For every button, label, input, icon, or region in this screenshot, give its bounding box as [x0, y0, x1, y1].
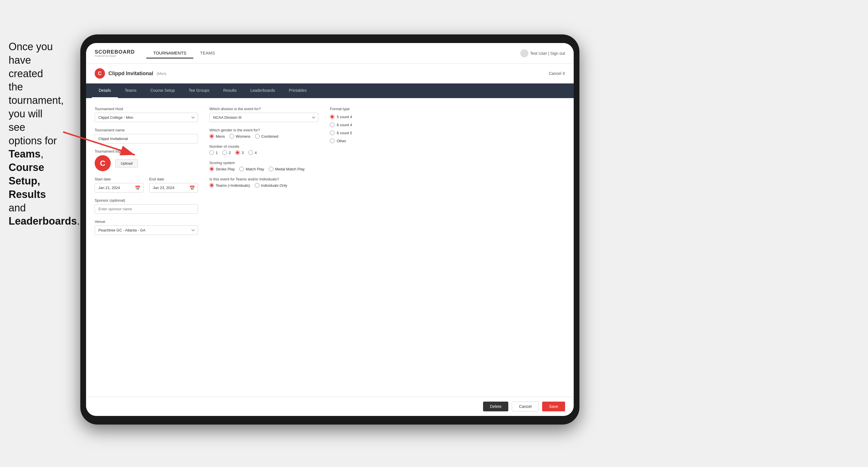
nav-tournaments[interactable]: TOURNAMENTS	[146, 48, 193, 59]
left-column: Tournament Host Clippd College - Men Tou…	[95, 107, 198, 388]
tab-teams[interactable]: Teams	[118, 84, 144, 98]
form-footer: Delete Cancel Save	[86, 397, 574, 416]
user-avatar	[520, 49, 528, 57]
rounds-4-radio[interactable]	[248, 150, 253, 155]
format-other[interactable]: Other	[330, 138, 565, 143]
division-label: Which division is the event for?	[209, 107, 318, 111]
scoring-match-radio[interactable]	[239, 167, 244, 171]
teams-plus-radio[interactable]	[209, 183, 214, 188]
main-content: Tournament Host Clippd College - Men Tou…	[86, 98, 574, 416]
rounds-3-radio[interactable]	[235, 150, 240, 155]
tab-details[interactable]: Details	[92, 84, 118, 98]
scoring-medal[interactable]: Medal Match Play	[269, 167, 305, 171]
format-other-radio[interactable]	[330, 138, 335, 143]
calendar-icon-end: 📅	[189, 185, 195, 190]
upload-button[interactable]: Upload	[115, 159, 138, 167]
tablet-screen: SCOREBOARD Powered by clippd TOURNAMENTS…	[86, 43, 574, 416]
format-6count4[interactable]: 6 count 4	[330, 123, 565, 127]
sponsor-label: Sponsor (optional)	[95, 198, 198, 203]
delete-button[interactable]: Delete	[483, 402, 508, 411]
right-column: Format type 5 count 4 6 count 4	[330, 107, 565, 388]
rounds-2-radio[interactable]	[222, 150, 227, 155]
scoring-stroke-radio[interactable]	[209, 167, 214, 171]
rounds-group: Number of rounds 1 2	[209, 144, 318, 155]
rounds-1-radio[interactable]	[209, 150, 214, 155]
individuals-only-radio[interactable]	[255, 183, 259, 188]
rounds-3[interactable]: 3	[235, 150, 244, 155]
format-5count4-radio[interactable]	[330, 115, 335, 119]
scoring-radio-group: Stroke Play Match Play Medal Match Play	[209, 167, 318, 171]
format-5count4[interactable]: 5 count 4	[330, 115, 565, 119]
logo-upload-row: C Upload	[95, 155, 198, 171]
division-group: Which division is the event for? NCAA Di…	[209, 107, 318, 122]
tournament-logo-label: Tournament logo	[95, 149, 198, 153]
tournament-logo-group: Tournament logo C Upload	[95, 149, 198, 171]
gender-mens-radio[interactable]	[209, 134, 214, 138]
rounds-2[interactable]: 2	[222, 150, 230, 155]
tournament-name-label: Tournament name	[95, 128, 198, 132]
cancel-button[interactable]: Cancel	[512, 402, 539, 411]
teams-plus-individuals[interactable]: Teams (+Individuals)	[209, 183, 250, 188]
nav-links: TOURNAMENTS TEAMS	[146, 48, 520, 59]
teams-label: Is this event for Teams and/or Individua…	[209, 177, 318, 181]
tab-results[interactable]: Results	[216, 84, 244, 98]
tournament-name-input[interactable]	[95, 134, 198, 144]
individuals-only[interactable]: Individuals Only	[255, 183, 287, 188]
tab-course-setup[interactable]: Course Setup	[144, 84, 182, 98]
nav-teams[interactable]: TEAMS	[193, 48, 222, 59]
format-6count4-radio[interactable]	[330, 123, 335, 127]
save-button[interactable]: Save	[542, 402, 565, 411]
tournament-host-select[interactable]: Clippd College - Men	[95, 113, 198, 122]
start-date-group: Start date 📅	[95, 177, 144, 192]
venue-group: Venue Peachtree GC - Atlanta - GA	[95, 219, 198, 235]
rounds-radio-group: 1 2 3 4	[209, 150, 318, 155]
cancel-x-button[interactable]: Cancel X	[549, 71, 565, 76]
tournament-header: C Clippd Invitational (Men) Cancel X	[86, 64, 574, 84]
logo-sub: Powered by clippd	[95, 55, 135, 57]
scoring-match[interactable]: Match Play	[239, 167, 264, 171]
format-group: Format type 5 count 4 6 count 4	[330, 107, 565, 143]
rounds-4[interactable]: 4	[248, 150, 257, 155]
gender-mens[interactable]: Mens	[209, 134, 225, 138]
format-label: Format type	[330, 107, 565, 111]
date-row: Start date 📅 End date 📅	[95, 177, 198, 192]
division-select[interactable]: NCAA Division III	[209, 113, 318, 122]
tournament-host-label: Tournament Host	[95, 107, 198, 111]
top-nav: SCOREBOARD Powered by clippd TOURNAMENTS…	[86, 43, 574, 64]
gender-combined-radio[interactable]	[255, 134, 259, 138]
end-date-label: End date	[149, 177, 198, 181]
tournament-name-group: Tournament name	[95, 128, 198, 144]
format-6count5-radio[interactable]	[330, 130, 335, 135]
gender-womens[interactable]: Womens	[229, 134, 250, 138]
form-area: Tournament Host Clippd College - Men Tou…	[86, 98, 574, 397]
rounds-label: Number of rounds	[209, 144, 318, 149]
scoring-label: Scoring system	[209, 161, 318, 165]
start-date-wrapper: 📅	[95, 183, 144, 192]
sponsor-input[interactable]	[95, 204, 198, 214]
logo-circle: C	[95, 155, 111, 171]
scoring-stroke[interactable]: Stroke Play	[209, 167, 235, 171]
scoring-medal-radio[interactable]	[269, 167, 273, 171]
gender-womens-radio[interactable]	[229, 134, 234, 138]
logo-area: SCOREBOARD Powered by clippd	[95, 49, 135, 57]
calendar-icon-start: 📅	[135, 185, 141, 190]
gender-group: Which gender is the event for? Mens Wome…	[209, 128, 318, 138]
rounds-1[interactable]: 1	[209, 150, 218, 155]
teams-group: Is this event for Teams and/or Individua…	[209, 177, 318, 188]
gender-label: Which gender is the event for?	[209, 128, 318, 132]
tab-leaderboards[interactable]: Leaderboards	[244, 84, 282, 98]
venue-select[interactable]: Peachtree GC - Atlanta - GA	[95, 225, 198, 235]
format-6count5[interactable]: 6 count 5	[330, 130, 565, 135]
tournament-name: Clippd Invitational	[108, 70, 153, 76]
user-text[interactable]: Test User | Sign out	[530, 51, 565, 56]
sponsor-group: Sponsor (optional)	[95, 198, 198, 214]
user-area: Test User | Sign out	[520, 49, 565, 57]
gender-combined[interactable]: Combined	[255, 134, 278, 138]
tab-tee-groups[interactable]: Tee Groups	[182, 84, 216, 98]
tab-printables[interactable]: Printables	[282, 84, 313, 98]
gender-radio-group: Mens Womens Combined	[209, 134, 318, 138]
scoring-group: Scoring system Stroke Play Match Play	[209, 161, 318, 171]
middle-column: Which division is the event for? NCAA Di…	[209, 107, 318, 388]
venue-label: Venue	[95, 219, 198, 224]
tournament-tag: (Men)	[157, 71, 166, 76]
